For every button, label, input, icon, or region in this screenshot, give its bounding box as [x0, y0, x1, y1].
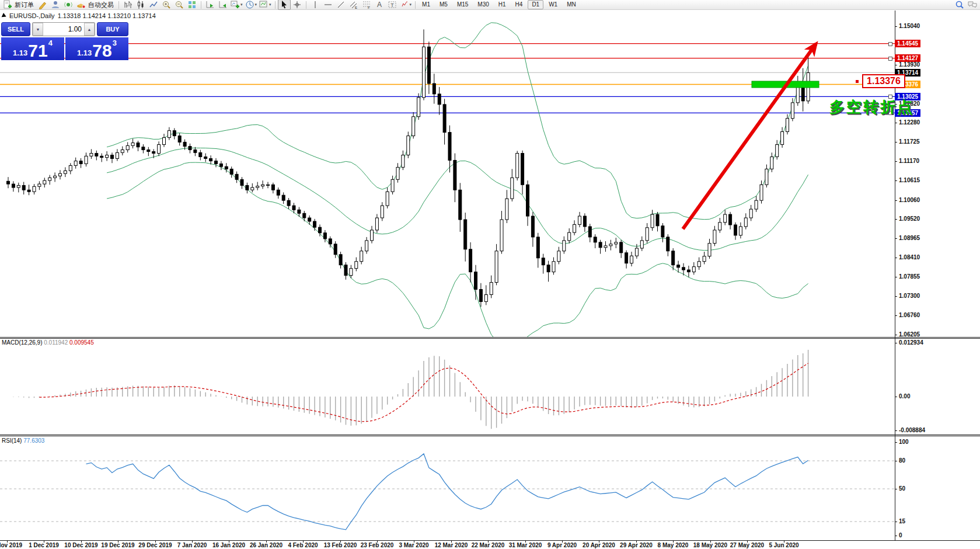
price-tick: [895, 26, 897, 27]
buy-button[interactable]: BUY: [97, 22, 128, 36]
price-tick: [895, 142, 897, 143]
line-handle[interactable]: [888, 57, 892, 61]
bull-bear-turning-point-note: 多空转折点: [829, 97, 914, 117]
price-tick-label: 1.12280: [899, 119, 920, 126]
sell-price-pip: 4: [48, 39, 53, 47]
line-handle[interactable]: [888, 42, 892, 46]
community-icon: [51, 0, 60, 9]
sell-price-display[interactable]: 1.13 71 4: [1, 37, 64, 60]
autotrade-label[interactable]: 自动交易: [88, 1, 114, 9]
price-tick-label: 1.06760: [899, 312, 920, 318]
callout-anchor-square: [856, 80, 859, 83]
timeframe-button-mn[interactable]: MN: [563, 0, 580, 9]
chart-shift-button[interactable]: [217, 0, 229, 10]
bar-chart-button[interactable]: [121, 0, 134, 10]
text-label-icon: T: [388, 0, 397, 9]
macd-axis-label: -0.008884: [899, 427, 925, 433]
search-button[interactable]: [953, 0, 966, 10]
macd-main-value: 0.011942: [44, 339, 68, 346]
text-button[interactable]: A: [373, 0, 386, 10]
text-icon: A: [375, 0, 384, 9]
price-tick: [895, 277, 897, 277]
trendline-button[interactable]: [334, 0, 347, 10]
svg-text:A: A: [377, 1, 382, 9]
new-chart-icon: [231, 0, 240, 9]
vertical-line-icon: [311, 0, 320, 9]
tile-windows-button[interactable]: [186, 0, 198, 10]
timeframe-button-m15[interactable]: M15: [453, 0, 472, 9]
timeframe-button-m1[interactable]: M1: [418, 0, 434, 9]
timeframe-button-m5[interactable]: M5: [435, 0, 452, 9]
chart-shift-icon: [218, 0, 228, 9]
periods-button[interactable]: ▾: [244, 0, 259, 10]
price-tick-label: 1.09520: [899, 216, 920, 222]
price-tick: [895, 296, 897, 297]
new-chart-button[interactable]: ▾: [229, 0, 244, 10]
price-tick: [895, 180, 897, 181]
rsi-axis-tick: [895, 442, 897, 443]
arrows-button[interactable]: ▾: [399, 0, 413, 10]
date-axis-border: [0, 540, 980, 541]
rsi-label: RSI(14) 77.6303: [2, 437, 44, 444]
timeframe-button-m30[interactable]: M30: [473, 0, 493, 9]
macd-name: MACD(12,26,9): [2, 339, 42, 346]
sell-price-main: 71: [28, 42, 47, 60]
new-order-button[interactable]: [1, 0, 14, 10]
macd-axis-label: 0.00: [899, 393, 910, 399]
timeframe-button-h1[interactable]: H1: [494, 0, 510, 9]
zoom-out-button[interactable]: [173, 0, 186, 10]
price-tick: [895, 161, 897, 162]
arrow-shapes-icon: [400, 0, 409, 9]
volume-input[interactable]: 1.00: [43, 23, 84, 36]
rsi-axis-tick: [895, 536, 897, 536]
symbol-period-label: EURUSD-,Daily: [9, 12, 55, 19]
price-tick-label: 1.11170: [899, 158, 919, 164]
zoom-in-button[interactable]: [160, 0, 173, 10]
chat-button[interactable]: [966, 0, 979, 10]
svg-text:E: E: [355, 6, 357, 9]
line-chart-button[interactable]: [147, 0, 160, 10]
candle-chart-button[interactable]: [134, 0, 147, 10]
date-axis[interactable]: 1 Nov 20191 Dec 201910 Dec 201919 Dec 20…: [0, 541, 980, 549]
rsi-axis-label: 100: [899, 439, 909, 445]
autotrade-button[interactable]: [75, 0, 88, 10]
templates-button[interactable]: ▾: [258, 0, 273, 10]
timeframe-group: M1M5M15M30H1H4D1W1MN: [418, 0, 580, 9]
timeframe-button-w1[interactable]: W1: [545, 0, 562, 9]
fibonacci-button[interactable]: F: [360, 0, 373, 10]
price-tick: [895, 238, 897, 239]
price-tick-label: 1.11725: [899, 138, 920, 145]
price-chart-area[interactable]: [0, 11, 895, 337]
volume-increase-button[interactable]: ▲: [84, 23, 95, 36]
price-tick-label: 1.07300: [899, 293, 920, 299]
buy-price-display[interactable]: 1.13 78 3: [65, 37, 128, 60]
price-tag: 1.14545: [895, 40, 920, 47]
toolbar-separator: [415, 1, 416, 9]
macd-label: MACD(12,26,9) 0.011942 0.009545: [2, 339, 94, 346]
community-button[interactable]: [49, 0, 62, 10]
auto-scroll-button[interactable]: [204, 0, 217, 10]
text-label-button[interactable]: T: [386, 0, 399, 10]
chevron-down-icon: ▾: [240, 2, 243, 7]
volume-decrease-button[interactable]: ▼: [33, 23, 43, 36]
channel-button[interactable]: E: [347, 0, 360, 10]
price-tick: [895, 200, 897, 201]
price-tick: [895, 65, 897, 65]
vline-button[interactable]: [309, 0, 322, 10]
zoom-in-icon: [162, 0, 171, 9]
hline-button[interactable]: [322, 0, 334, 10]
macd-indicator-area[interactable]: [0, 339, 895, 435]
cursor-button[interactable]: [278, 0, 291, 10]
price-tick: [895, 219, 897, 220]
timeframe-button-h4[interactable]: H4: [511, 0, 527, 9]
signals-button[interactable]: [62, 0, 75, 10]
timeframe-button-d1[interactable]: D1: [528, 0, 543, 9]
panel-separator[interactable]: [0, 337, 980, 338]
styler-button[interactable]: [36, 0, 49, 10]
crosshair-button[interactable]: [291, 0, 304, 10]
macd-axis-tick: [895, 397, 897, 397]
new-order-label[interactable]: 新订单: [15, 1, 34, 9]
rsi-indicator-area[interactable]: [0, 437, 895, 540]
sell-button[interactable]: SELL: [1, 22, 30, 36]
panel-separator[interactable]: [0, 435, 980, 435]
